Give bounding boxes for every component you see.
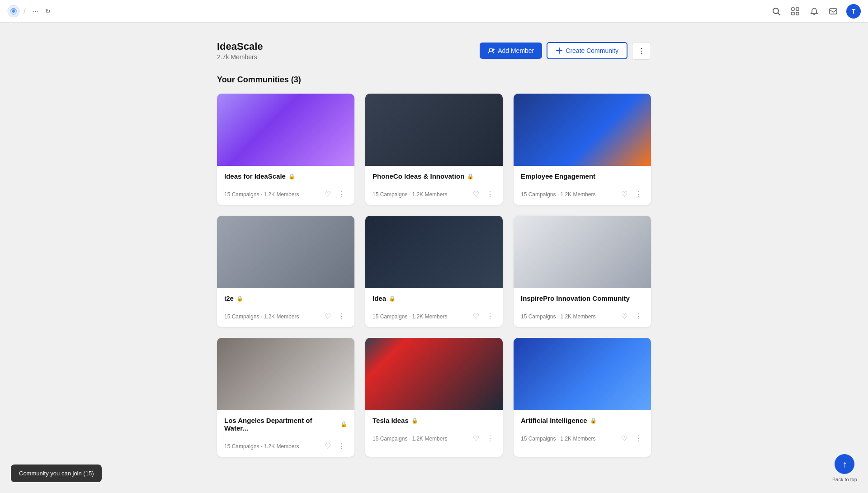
grid-button[interactable] bbox=[789, 5, 801, 17]
card-more-button[interactable]: ⋮ bbox=[336, 311, 347, 322]
card-more-button[interactable]: ⋮ bbox=[485, 189, 495, 199]
svg-rect-7 bbox=[830, 9, 837, 14]
card-actions: ♡ ⋮ bbox=[471, 189, 495, 199]
card-title: PhoneCo Ideas & Innovation 🔒 bbox=[373, 172, 495, 180]
card-image bbox=[217, 94, 354, 166]
svg-rect-6 bbox=[796, 12, 799, 15]
card-body: Los Angeles Department of Water... 🔒 bbox=[217, 410, 354, 441]
lock-icon: 🔒 bbox=[411, 417, 418, 424]
page-header-left: IdeaScale 2.7k Members bbox=[217, 41, 263, 61]
card-actions: ♡ ⋮ bbox=[471, 311, 495, 322]
card-actions: ♡ ⋮ bbox=[323, 441, 347, 451]
card-title: i2e 🔒 bbox=[224, 294, 347, 302]
notifications-button[interactable] bbox=[808, 5, 820, 17]
user-avatar[interactable]: T bbox=[846, 4, 861, 19]
community-card[interactable]: i2e 🔒 15 Campaigns · 1.2K Members ♡ ⋮ bbox=[217, 216, 354, 327]
card-more-button[interactable]: ⋮ bbox=[336, 189, 347, 199]
card-footer: 15 Campaigns · 1.2K Members ♡ ⋮ bbox=[217, 189, 354, 205]
card-title: Idea 🔒 bbox=[373, 294, 495, 302]
card-body: PhoneCo Ideas & Innovation 🔒 bbox=[365, 166, 503, 189]
card-footer: 15 Campaigns · 1.2K Members ♡ ⋮ bbox=[365, 189, 503, 205]
card-body: Idea 🔒 bbox=[365, 288, 503, 311]
card-title: Los Angeles Department of Water... 🔒 bbox=[224, 417, 347, 432]
community-card[interactable]: Los Angeles Department of Water... 🔒 15 … bbox=[217, 338, 354, 457]
card-image bbox=[514, 338, 651, 410]
card-body: Ideas for IdeaScale 🔒 bbox=[217, 166, 354, 189]
card-actions: ♡ ⋮ bbox=[471, 433, 495, 444]
card-footer: 15 Campaigns · 1.2K Members ♡ ⋮ bbox=[514, 311, 651, 327]
card-meta: 15 Campaigns · 1.2K Members bbox=[373, 191, 447, 198]
card-more-button[interactable]: ⋮ bbox=[633, 311, 644, 322]
svg-point-2 bbox=[773, 8, 778, 14]
card-meta: 15 Campaigns · 1.2K Members bbox=[521, 313, 595, 320]
join-community-banner[interactable]: Community you can join (15) bbox=[11, 465, 102, 482]
members-count: 2.7k bbox=[217, 53, 229, 61]
community-card[interactable]: Artificial Intelligence 🔒 15 Campaigns ·… bbox=[514, 338, 651, 457]
card-like-button[interactable]: ♡ bbox=[619, 433, 629, 444]
card-more-button[interactable]: ⋮ bbox=[336, 441, 347, 451]
card-more-button[interactable]: ⋮ bbox=[633, 189, 644, 199]
community-card[interactable]: InspirePro Innovation Community 15 Campa… bbox=[514, 216, 651, 327]
card-image bbox=[365, 94, 503, 166]
card-more-button[interactable]: ⋮ bbox=[485, 433, 495, 444]
community-card[interactable]: PhoneCo Ideas & Innovation 🔒 15 Campaign… bbox=[365, 94, 503, 205]
card-more-button[interactable]: ⋮ bbox=[485, 311, 495, 322]
topbar-right: T bbox=[770, 4, 861, 19]
topbar-separator: / bbox=[24, 6, 26, 16]
back-to-top-label: Back to top bbox=[832, 477, 857, 482]
card-image bbox=[217, 338, 354, 410]
add-member-button[interactable]: Add Member bbox=[480, 43, 542, 59]
svg-rect-4 bbox=[796, 8, 799, 10]
lock-icon: 🔒 bbox=[288, 173, 295, 180]
topbar-ellipsis-btn[interactable]: ··· bbox=[29, 5, 42, 18]
create-community-button[interactable]: Create Community bbox=[547, 42, 627, 59]
topbar-left: / ··· ↻ bbox=[7, 5, 51, 18]
main-content: IdeaScale 2.7k Members Add Member Create… bbox=[208, 23, 660, 475]
lock-icon: 🔒 bbox=[389, 295, 396, 302]
communities-grid: Ideas for IdeaScale 🔒 15 Campaigns · 1.2… bbox=[217, 94, 651, 457]
card-like-button[interactable]: ♡ bbox=[619, 189, 629, 199]
card-meta: 15 Campaigns · 1.2K Members bbox=[224, 191, 299, 198]
card-like-button[interactable]: ♡ bbox=[619, 311, 629, 322]
card-footer: 15 Campaigns · 1.2K Members ♡ ⋮ bbox=[217, 441, 354, 457]
card-like-button[interactable]: ♡ bbox=[471, 433, 481, 444]
topbar-refresh-btn[interactable]: ↻ bbox=[45, 8, 51, 15]
card-title: InspirePro Innovation Community bbox=[521, 294, 644, 302]
card-body: Artificial Intelligence 🔒 bbox=[514, 410, 651, 433]
card-title: Employee Engagement bbox=[521, 172, 644, 180]
mail-button[interactable] bbox=[827, 5, 839, 17]
card-actions: ♡ ⋮ bbox=[619, 433, 644, 444]
card-image bbox=[514, 216, 651, 288]
card-meta: 15 Campaigns · 1.2K Members bbox=[373, 313, 447, 320]
card-body: Tesla Ideas 🔒 bbox=[365, 410, 503, 433]
card-image bbox=[514, 94, 651, 166]
card-actions: ♡ ⋮ bbox=[619, 311, 644, 322]
more-options-button[interactable]: ⋮ bbox=[632, 42, 651, 60]
card-more-button[interactable]: ⋮ bbox=[633, 433, 644, 444]
lock-icon: 🔒 bbox=[590, 417, 597, 424]
card-actions: ♡ ⋮ bbox=[619, 189, 644, 199]
card-footer: 15 Campaigns · 1.2K Members ♡ ⋮ bbox=[514, 433, 651, 449]
card-like-button[interactable]: ♡ bbox=[471, 189, 481, 199]
search-button[interactable] bbox=[770, 5, 782, 17]
card-footer: 15 Campaigns · 1.2K Members ♡ ⋮ bbox=[365, 433, 503, 449]
back-to-top-button[interactable]: ↑ bbox=[835, 454, 854, 474]
community-card[interactable]: Ideas for IdeaScale 🔒 15 Campaigns · 1.2… bbox=[217, 94, 354, 205]
svg-point-1 bbox=[12, 10, 15, 13]
card-image bbox=[365, 216, 503, 288]
card-body: i2e 🔒 bbox=[217, 288, 354, 311]
card-like-button[interactable]: ♡ bbox=[323, 311, 333, 322]
card-title: Tesla Ideas 🔒 bbox=[373, 417, 495, 424]
card-like-button[interactable]: ♡ bbox=[471, 311, 481, 322]
svg-rect-5 bbox=[792, 12, 794, 15]
community-card[interactable]: Tesla Ideas 🔒 15 Campaigns · 1.2K Member… bbox=[365, 338, 503, 457]
svg-rect-3 bbox=[792, 8, 794, 10]
card-meta: 15 Campaigns · 1.2K Members bbox=[224, 443, 299, 450]
card-like-button[interactable]: ♡ bbox=[323, 441, 333, 451]
community-card[interactable]: Idea 🔒 15 Campaigns · 1.2K Members ♡ ⋮ bbox=[365, 216, 503, 327]
app-logo[interactable] bbox=[7, 5, 20, 18]
card-footer: 15 Campaigns · 1.2K Members ♡ ⋮ bbox=[217, 311, 354, 327]
lock-icon: 🔒 bbox=[236, 295, 243, 302]
card-like-button[interactable]: ♡ bbox=[323, 189, 333, 199]
community-card[interactable]: Employee Engagement 15 Campaigns · 1.2K … bbox=[514, 94, 651, 205]
